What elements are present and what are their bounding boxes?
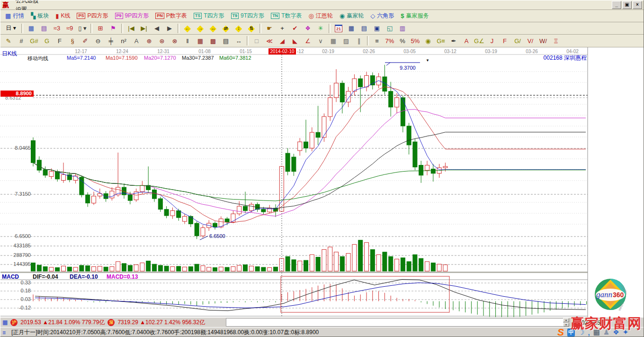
pen-tool[interactable]: ✎ [2, 35, 15, 46]
last-page-button[interactable]: ▶| [138, 23, 150, 34]
price-grid-tool[interactable]: ▦ [327, 35, 340, 46]
a-wave-tool[interactable]: A [460, 35, 473, 46]
square-of-nine-tool[interactable]: n² [117, 35, 130, 46]
golden-grid-tool[interactable]: G# [28, 35, 40, 46]
sogou-logo-icon[interactable]: S [557, 327, 564, 337]
close-button[interactable]: × [633, 1, 642, 9]
expand-vertical-button[interactable]: ◆↕ [233, 23, 245, 34]
formula-stock-menu[interactable]: 公式选股 [12, 0, 42, 5]
web-tool[interactable]: ⊛ [156, 35, 168, 46]
hand-tool-button[interactable]: ☛ [263, 23, 276, 34]
gann-box2-tool[interactable]: ◣ [289, 35, 301, 46]
pattern-button[interactable]: ✳ [314, 23, 327, 34]
chart-area[interactable]: 日K线 002168 深圳惠程 12-1712-2412-3101-0801-1… [0, 47, 644, 317]
overlay-input-box[interactable] [226, 318, 564, 327]
spinner-down-icon[interactable]: ▼ [563, 323, 569, 327]
spinner-up-icon[interactable]: ▲ [563, 318, 569, 322]
winner-service-button[interactable]: $赢家服务 [398, 10, 431, 22]
hexagon-button[interactable]: ◇六角形 [367, 10, 397, 22]
expand-horizontal-button[interactable]: ◆↔ [207, 23, 219, 34]
cobweb-tool[interactable]: ⊗ [169, 35, 181, 46]
gold-ring-tool[interactable]: ◉ [422, 35, 434, 46]
gann-grid-tool[interactable]: ▦ [194, 35, 206, 46]
t-number-button[interactable]: TNT数字表 [268, 10, 304, 22]
f-line-tool[interactable]: F [499, 35, 511, 46]
compress-right-button[interactable]: ◆→ [194, 23, 206, 34]
compress-vertical-button[interactable]: ◆⇅ [245, 23, 258, 34]
pct5-tool[interactable]: 5% [409, 35, 421, 46]
ma-lines-9-button[interactable]: ≈9 [63, 23, 76, 34]
angle-line-tool[interactable]: ∠ [302, 35, 314, 46]
win-grid-tool[interactable]: ▩ [207, 35, 219, 46]
gann-wheel-button[interactable]: ◎江恩轮 [305, 10, 335, 22]
t-square-button[interactable]: TST四方形 [191, 10, 227, 22]
frame-tool[interactable]: □ [250, 35, 263, 46]
gold-ray-tool[interactable]: G/ [511, 35, 524, 46]
gann-circle-tool[interactable]: ⊕ [143, 35, 155, 46]
notes-button[interactable]: ▤ [358, 23, 370, 34]
period-spinner[interactable]: ▲ ▼ [563, 318, 569, 327]
trendline-tool-button[interactable]: ✔ [289, 23, 301, 34]
fib-tool[interactable]: F [54, 35, 66, 46]
first-page-button[interactable]: |◀ [125, 23, 137, 34]
golden-box-tool[interactable]: G [41, 35, 53, 46]
angle-measure-tool[interactable]: ‖ [181, 35, 194, 46]
restore-button[interactable]: ▣ [622, 1, 632, 9]
gold-line-tool[interactable]: G≡ [435, 35, 447, 46]
brush-tool[interactable]: ✐ [79, 35, 91, 46]
date-tick: 02-26 [358, 49, 380, 54]
ruler-tool[interactable]: ╪ [105, 35, 117, 46]
period-day-dropdown[interactable]: 日 ▾ [2, 23, 19, 34]
compress-left-button[interactable]: ◆← [181, 23, 194, 34]
sectors-button[interactable]: ▚板块 [28, 10, 52, 22]
time-grid-tool[interactable]: ▨ [340, 35, 352, 46]
gann-shape-button[interactable]: ❖ [302, 23, 314, 34]
print-button[interactable]: ▥ [396, 23, 409, 34]
stats-tool[interactable]: ≡ [371, 35, 383, 46]
gann360-logo: gann 360 1234567890 1234567890 [594, 278, 627, 311]
marker-triangle-icon: ▼ [426, 58, 429, 63]
info-view-button[interactable]: ▤ [38, 23, 50, 34]
fan-tool[interactable]: ≪ [263, 35, 276, 46]
indicator-window-button[interactable]: ⊞ [94, 23, 107, 34]
calendar-button[interactable]: 21 [332, 23, 345, 34]
minimize-button[interactable]: _ [612, 1, 621, 9]
color-kline-button[interactable]: ⚑ [107, 23, 119, 34]
quotes-grid-icon[interactable]: ▦ [2, 319, 8, 326]
grid-tool[interactable]: # [15, 35, 27, 46]
pct-tool[interactable]: % [396, 35, 409, 46]
save-button[interactable]: ▣ [371, 23, 383, 34]
export-chart-button[interactable]: ◱ [384, 23, 396, 34]
ink-tool[interactable]: ✒ [447, 35, 460, 46]
pct7-tool[interactable]: 7% [384, 35, 396, 46]
gold-angle-tool[interactable]: G∠ [473, 35, 485, 46]
crosshair-tool-button[interactable]: + [276, 23, 288, 34]
j-line-tool[interactable]: J [486, 35, 498, 46]
parallel-tool[interactable]: ∥ [353, 35, 365, 46]
candle-style-dropdown[interactable]: ▯ ▾ [76, 23, 89, 34]
chart-layout-button[interactable]: ▦ [25, 23, 37, 34]
wave-tool[interactable]: A [130, 35, 143, 46]
time-circle-tool[interactable]: ⊖ [92, 35, 104, 46]
price-scale-tool[interactable]: ▤ [220, 35, 232, 46]
width-tool[interactable]: ↔ [233, 35, 245, 46]
next-page-button[interactable]: ▶ [163, 23, 176, 34]
calculator-button[interactable]: ▦ [345, 23, 358, 34]
p-square-button[interactable]: PSP四方形 [74, 10, 111, 22]
speed-line-tool[interactable]: V/ [524, 35, 537, 46]
prev-page-button[interactable]: ◀ [151, 23, 163, 34]
market-quotes-button[interactable]: ▦行情 [2, 10, 27, 22]
spiral-tool[interactable]: § [66, 35, 79, 46]
gann-box-tool[interactable]: ◢ [276, 35, 288, 46]
compress-horizontal-button[interactable]: ◆⇄ [220, 23, 232, 34]
tri-line-tool[interactable]: Ξ [550, 35, 562, 46]
v-line-tool[interactable]: ∨ [314, 35, 327, 46]
t9-square-button[interactable]: T99T四方形 [228, 10, 268, 22]
win-line-tool[interactable]: W/ [537, 35, 549, 46]
p-number-button[interactable]: PNP数字表 [152, 10, 190, 22]
status-segment: 涨:10.07 [262, 329, 284, 336]
ma-lines-3-button[interactable]: ≈3 [51, 23, 63, 34]
winner-wheel-button[interactable]: ◉赢家轮 [337, 10, 367, 22]
p9-square-button[interactable]: P99P四方形 [112, 10, 152, 22]
kline-button[interactable]: ▮K线 [53, 10, 73, 22]
